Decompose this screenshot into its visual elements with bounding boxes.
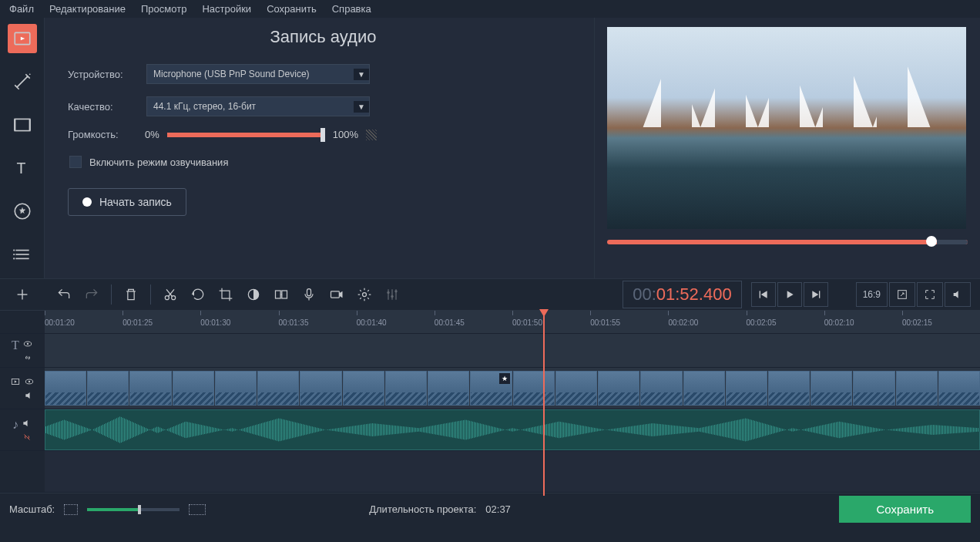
detach-button[interactable] (889, 282, 915, 307)
quality-select[interactable]: 44.1 кГц, стерео, 16-бит▼ (146, 96, 370, 116)
record-button[interactable]: Начать запись (68, 188, 186, 216)
audio-waveform[interactable] (45, 409, 980, 450)
undo-button[interactable] (52, 283, 76, 306)
ruler-tick: 00:01:35 (279, 311, 357, 333)
preview-video[interactable] (607, 27, 966, 229)
aspect-ratio-button[interactable]: 16:9 (856, 282, 888, 307)
video-clip[interactable] (938, 371, 980, 406)
audio-track-header[interactable]: ♪ (0, 409, 45, 450)
more-tool[interactable] (8, 240, 37, 269)
camera-button[interactable] (325, 283, 348, 306)
filters-tool[interactable] (8, 67, 37, 96)
link-icon[interactable] (22, 352, 33, 363)
video-clip[interactable] (640, 371, 682, 406)
video-clip[interactable] (811, 371, 852, 406)
video-clip[interactable] (45, 371, 86, 406)
playhead[interactable] (543, 311, 545, 496)
video-clip[interactable]: ★ (470, 371, 512, 406)
text-track[interactable] (45, 334, 980, 367)
zoom-slider[interactable] (87, 508, 180, 511)
ruler-tick: 00:01:55 (590, 311, 668, 333)
next-frame-button[interactable] (804, 282, 828, 307)
video-track-header[interactable] (0, 368, 45, 409)
duration-label: Длительность проекта: (369, 503, 476, 515)
stickers-tool[interactable] (8, 197, 37, 226)
ruler-tick: 00:01:50 (512, 311, 590, 333)
status-bar: Масштаб: Длительность проекта: 02:37 Сох… (0, 493, 980, 525)
mic-button[interactable] (297, 283, 321, 306)
device-select[interactable]: Microphone (USB PnP Sound Device)▼ (146, 64, 370, 84)
svg-rect-6 (14, 119, 15, 130)
unlink-icon[interactable] (22, 432, 32, 443)
ruler-tick: 00:01:40 (357, 311, 435, 333)
prev-frame-button[interactable] (751, 282, 776, 307)
text-track-header[interactable]: T (0, 334, 45, 367)
menu-view[interactable]: Просмотр (141, 3, 186, 15)
transition-button[interactable] (270, 283, 293, 306)
crop-button[interactable] (214, 283, 237, 306)
menu-save[interactable]: Сохранить (267, 3, 317, 15)
video-clip[interactable] (853, 371, 894, 406)
time-ruler[interactable]: 00:01:2000:01:2500:01:3000:01:3500:01:40… (45, 311, 980, 333)
video-clip[interactable] (385, 371, 427, 406)
zoom-out-icon[interactable] (64, 504, 78, 515)
color-button[interactable] (242, 283, 265, 306)
empty-track[interactable] (45, 451, 980, 492)
video-clip[interactable] (257, 371, 299, 406)
menu-help[interactable]: Справка (332, 3, 371, 15)
volume-button[interactable] (945, 282, 971, 307)
play-button[interactable] (777, 282, 802, 307)
zoom-in-icon[interactable] (189, 504, 206, 515)
titles-tool[interactable]: T (8, 153, 37, 183)
eye-icon[interactable] (24, 376, 35, 387)
add-icon[interactable] (14, 286, 31, 303)
svg-marker-38 (812, 291, 818, 298)
svg-marker-1 (20, 37, 24, 40)
video-track[interactable]: ★ (45, 368, 980, 409)
transitions-tool[interactable] (8, 110, 37, 140)
clip-props-button[interactable] (353, 283, 376, 306)
video-clip[interactable] (428, 371, 469, 406)
video-clip[interactable] (896, 371, 938, 406)
eye-icon[interactable] (22, 338, 33, 349)
video-clip[interactable] (726, 371, 767, 406)
audio-track[interactable] (45, 409, 980, 450)
svg-point-3 (29, 73, 30, 75)
video-clip[interactable] (598, 371, 639, 406)
import-tool[interactable] (8, 24, 37, 53)
left-toolbar: T (0, 18, 45, 278)
redo-button[interactable] (80, 283, 103, 306)
video-clip[interactable] (555, 371, 597, 406)
video-clip[interactable] (173, 371, 214, 406)
video-clip[interactable] (683, 371, 725, 406)
dub-checkbox[interactable] (69, 156, 82, 168)
video-clip[interactable] (300, 371, 341, 406)
svg-point-16 (13, 258, 15, 259)
volume-slider[interactable] (167, 133, 325, 137)
rotate-button[interactable] (186, 283, 210, 306)
video-clip[interactable] (87, 371, 129, 406)
volume-max: 100% (333, 129, 358, 140)
svg-marker-49 (23, 419, 27, 426)
fullscreen-button[interactable] (917, 282, 943, 307)
menu-edit[interactable]: Редактирование (49, 3, 126, 15)
cut-button[interactable] (159, 283, 182, 306)
svg-point-32 (387, 291, 389, 294)
video-clip[interactable] (768, 371, 810, 406)
delete-button[interactable] (119, 283, 143, 306)
save-button[interactable]: Сохранить (839, 496, 971, 523)
video-clip[interactable] (343, 371, 384, 406)
video-track-icon (10, 376, 21, 387)
menu-settings[interactable]: Настройки (202, 3, 251, 15)
video-clip[interactable] (513, 371, 555, 406)
preview-scrubber[interactable] (607, 240, 968, 244)
speaker-icon[interactable] (22, 418, 32, 429)
audio-props-button[interactable] (381, 283, 404, 306)
video-clip[interactable] (215, 371, 257, 406)
star-icon: ★ (499, 373, 510, 384)
speaker-icon[interactable] (24, 390, 35, 401)
svg-marker-10 (18, 207, 25, 214)
video-clip[interactable] (129, 371, 171, 406)
svg-marker-41 (954, 291, 958, 298)
menu-file[interactable]: Файл (9, 3, 34, 15)
